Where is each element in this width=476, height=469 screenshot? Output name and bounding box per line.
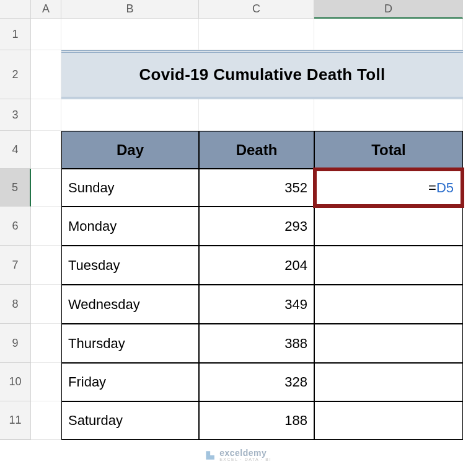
cell-A7[interactable]: [31, 246, 61, 285]
watermark-name: exceldemy: [219, 449, 271, 457]
cell-day-7[interactable]: Tuesday: [61, 246, 199, 285]
cell-C1[interactable]: [199, 19, 314, 50]
exceldemy-logo-icon: [205, 450, 216, 461]
cell-total-5-active[interactable]: =D5: [314, 169, 463, 207]
cell-death-7[interactable]: 204: [199, 246, 314, 285]
row-header-3[interactable]: 3: [0, 99, 31, 131]
cell-total-9[interactable]: [314, 324, 463, 363]
cell-C3[interactable]: [199, 99, 314, 131]
cell-D1[interactable]: [314, 19, 463, 50]
row-header-5[interactable]: 5: [0, 169, 31, 207]
formula-text: =D5: [428, 180, 454, 196]
cell-day-8[interactable]: Wednesday: [61, 285, 199, 324]
watermark: exceldemy EXCEL · DATA · BI: [205, 449, 271, 462]
header-day[interactable]: Day: [61, 131, 199, 169]
cell-death-8[interactable]: 349: [199, 285, 314, 324]
row-header-1[interactable]: 1: [0, 19, 31, 50]
col-header-A[interactable]: A: [31, 0, 61, 19]
cell-death-6[interactable]: 293: [199, 207, 314, 246]
row-header-6[interactable]: 6: [0, 207, 31, 246]
col-header-C[interactable]: C: [199, 0, 314, 19]
cell-death-11[interactable]: 188: [199, 401, 314, 440]
cell-day-6[interactable]: Monday: [61, 207, 199, 246]
row-header-2[interactable]: 2: [0, 50, 31, 99]
cell-total-8[interactable]: [314, 285, 463, 324]
cell-A8[interactable]: [31, 285, 61, 324]
cell-B3[interactable]: [61, 99, 199, 131]
cell-B1[interactable]: [61, 19, 199, 50]
cell-death-5[interactable]: 352: [199, 169, 314, 207]
cell-total-7[interactable]: [314, 246, 463, 285]
row-header-10[interactable]: 10: [0, 363, 31, 401]
cell-A11[interactable]: [31, 401, 61, 440]
cell-total-11[interactable]: [314, 401, 463, 440]
cell-day-5[interactable]: Sunday: [61, 169, 199, 207]
row-header-8[interactable]: 8: [0, 285, 31, 324]
row-header-11[interactable]: 11: [0, 401, 31, 440]
cell-D3[interactable]: [314, 99, 463, 131]
col-header-D[interactable]: D: [314, 0, 463, 19]
cell-A2[interactable]: [31, 50, 61, 99]
select-all-corner[interactable]: [0, 0, 31, 19]
row-header-4[interactable]: 4: [0, 131, 31, 169]
cell-day-9[interactable]: Thursday: [61, 324, 199, 363]
header-total[interactable]: Total: [314, 131, 463, 169]
cell-day-11[interactable]: Saturday: [61, 401, 199, 440]
title-cell[interactable]: Covid-19 Cumulative Death Toll: [61, 50, 463, 99]
cell-total-10[interactable]: [314, 363, 463, 401]
watermark-tagline: EXCEL · DATA · BI: [219, 457, 271, 462]
cell-death-10[interactable]: 328: [199, 363, 314, 401]
row-header-9[interactable]: 9: [0, 324, 31, 363]
header-death[interactable]: Death: [199, 131, 314, 169]
cell-A6[interactable]: [31, 207, 61, 246]
cell-death-9[interactable]: 388: [199, 324, 314, 363]
cell-day-10[interactable]: Friday: [61, 363, 199, 401]
cell-A4[interactable]: [31, 131, 61, 169]
col-header-B[interactable]: B: [61, 0, 199, 19]
cell-A5[interactable]: [31, 169, 61, 207]
cell-total-6[interactable]: [314, 207, 463, 246]
cell-A3[interactable]: [31, 99, 61, 131]
row-header-7[interactable]: 7: [0, 246, 31, 285]
cell-A9[interactable]: [31, 324, 61, 363]
spreadsheet-grid: A B C D 1 2 Covid-19 Cumulative Death To…: [0, 0, 476, 440]
cell-A10[interactable]: [31, 363, 61, 401]
cell-A1[interactable]: [31, 19, 61, 50]
